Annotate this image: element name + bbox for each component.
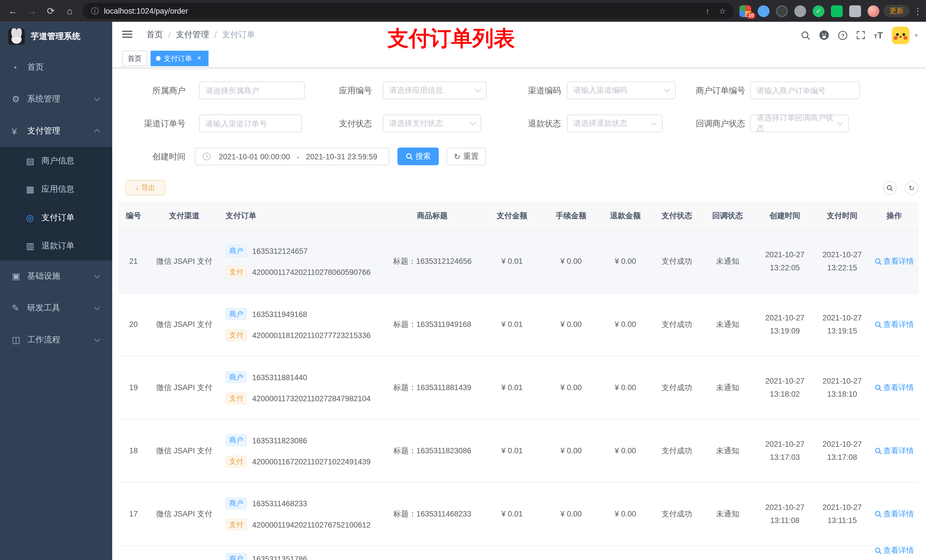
sidebar-item-0[interactable]: ◔首页 xyxy=(0,51,112,83)
browser-menu-icon[interactable]: ⋮ xyxy=(912,0,923,22)
tab-label: 首页 xyxy=(127,53,142,63)
column-header-4: 支付金额 xyxy=(480,202,545,229)
filter-label-app: 应用编号 xyxy=(301,82,372,99)
app-filter-select[interactable]: 请选择应用信息 xyxy=(383,82,487,99)
search-icon xyxy=(406,153,413,160)
url-text: localhost:1024/pay/order xyxy=(104,6,188,15)
magnifier-icon xyxy=(875,321,882,328)
address-bar[interactable]: ⓘ localhost:1024/pay/order ↑ ☆ xyxy=(83,3,734,19)
cell-pay-status: 支付成功 xyxy=(653,255,701,268)
browser-profile-avatar[interactable] xyxy=(868,5,879,17)
sidebar-item-label: 支付订单 xyxy=(41,213,74,223)
merchant-info-icon: ▤ xyxy=(26,156,41,166)
toggle-search-button[interactable] xyxy=(883,181,897,195)
breadcrumb-item-0[interactable]: 首页 xyxy=(146,30,163,40)
cell-action: 查看详情 xyxy=(869,257,919,266)
cell-pay-amount: ¥ 0.01 xyxy=(480,255,545,268)
sidebar-item-1[interactable]: ⚙系统管理 xyxy=(0,83,112,115)
channel-code-select[interactable]: 请输入渠道编码 xyxy=(567,82,676,99)
view-detail-button[interactable]: 查看详情 xyxy=(875,509,914,518)
cell-notify-status: 未通知 xyxy=(701,444,755,457)
view-detail-button[interactable]: 查看详情 xyxy=(875,320,914,329)
user-avatar[interactable] xyxy=(892,26,909,44)
app-logo[interactable]: 芋道管理系统 xyxy=(0,22,112,51)
sidebar-item-6[interactable]: ▥退款订单 xyxy=(0,232,112,260)
notify-status-select[interactable]: 请选择订单回调商户状态 xyxy=(750,115,849,132)
github-icon[interactable] xyxy=(819,30,829,40)
merchant-filter-input[interactable] xyxy=(199,82,305,99)
extension-gray-icon[interactable] xyxy=(794,5,806,17)
browser-update-button[interactable]: 更新 xyxy=(884,5,909,17)
reset-button[interactable]: ↻ 重置 xyxy=(446,148,486,165)
sidebar-item-label: 首页 xyxy=(27,62,44,72)
merchant-tag: 商户 xyxy=(225,434,247,446)
cell-title: 标题：1635311949168 xyxy=(385,318,480,331)
search-button[interactable]: 搜索 xyxy=(398,148,439,165)
cell-pay-status: 支付成功 xyxy=(653,508,701,521)
chevron-down-icon xyxy=(664,86,670,92)
sidebar-item-label: 基础设施 xyxy=(27,271,60,281)
cell-channel: 微信 JSAPI 支付 xyxy=(149,318,220,331)
sidebar-item-3[interactable]: ▤商户信息 xyxy=(0,147,112,175)
extensions-puzzle-icon[interactable] xyxy=(849,5,861,17)
cell-channel: 微信 JSAPI 支付 xyxy=(149,381,220,394)
avatar-caret-icon[interactable]: ▾ xyxy=(915,32,918,38)
site-info-icon[interactable]: ⓘ xyxy=(91,6,98,16)
filter-label-merchant: 所属商户 xyxy=(115,82,185,99)
cell-pay-time: 2021-10-27 13:22:15 xyxy=(815,248,869,275)
date-range-picker[interactable]: 2021-10-01 00:00:00 - 2021-10-31 23:59:5… xyxy=(195,148,389,165)
sidebar-item-9[interactable]: ◫工作流程 xyxy=(0,324,112,356)
browser-forward-icon[interactable]: → xyxy=(23,6,41,16)
view-detail-button[interactable]: 查看详情 xyxy=(875,257,914,266)
font-size-icon[interactable]: TT xyxy=(874,30,883,40)
extension-dark-icon[interactable] xyxy=(776,5,788,17)
table-row-0: 21微信 JSAPI 支付商户1635312124657支付4200001174… xyxy=(118,230,919,293)
cell-notify-status: 未通知 xyxy=(701,381,755,394)
fullscreen-icon[interactable] xyxy=(856,31,865,39)
table-row-5: 商户1635311351786支付查看详情 xyxy=(118,546,919,560)
extension-check-icon[interactable]: ✓ xyxy=(813,5,825,17)
browser-chrome: ← → ⟳ ⌂ ⓘ localhost:1024/pay/order ↑ ☆ 1… xyxy=(0,0,926,22)
extension-grid-icon[interactable]: 10 xyxy=(740,5,751,17)
browser-back-icon[interactable]: ← xyxy=(3,6,22,16)
refresh-table-button[interactable]: ↻ xyxy=(905,181,918,195)
view-detail-button[interactable]: 查看详情 xyxy=(875,446,914,455)
pay-tag: 支付 xyxy=(225,392,247,404)
cell-action: 查看详情 xyxy=(869,446,919,455)
reset-button-label: 重置 xyxy=(463,151,479,162)
sidebar-item-8[interactable]: ✎研发工具 xyxy=(0,292,112,324)
table-body: 21微信 JSAPI 支付商户1635312124657支付4200001174… xyxy=(118,230,919,560)
sidebar-item-2[interactable]: ¥支付管理 xyxy=(0,115,112,147)
view-detail-button[interactable]: 查看详情 xyxy=(875,546,914,555)
bookmark-star-icon[interactable]: ☆ xyxy=(719,6,726,15)
tab-1[interactable]: 支付订单× xyxy=(151,51,209,66)
cell-pay-time: 2021-10-27 13:11:15 xyxy=(815,501,869,527)
export-button[interactable]: ↓ 导出 xyxy=(125,180,165,195)
cell-channel: 微信 JSAPI 支付 xyxy=(149,444,220,457)
browser-reload-icon[interactable]: ⟳ xyxy=(41,5,60,17)
browser-home-icon[interactable]: ⌂ xyxy=(61,6,79,16)
tab-close-icon[interactable]: × xyxy=(195,54,203,63)
select-placeholder: 请选择订单回调商户状态 xyxy=(757,113,838,134)
share-icon[interactable]: ↑ xyxy=(706,6,709,15)
column-header-1: 支付渠道 xyxy=(149,202,220,229)
hamburger-icon[interactable] xyxy=(122,31,132,39)
tab-0[interactable]: 首页 xyxy=(122,51,147,66)
channel-order-no-input[interactable] xyxy=(199,115,302,132)
extension-blue-icon[interactable] xyxy=(758,5,769,17)
select-placeholder: 请输入渠道编码 xyxy=(573,85,627,96)
merchant-tag: 商户 xyxy=(225,308,247,320)
breadcrumb-item-1[interactable]: 支付管理 xyxy=(176,30,209,40)
sidebar-item-4[interactable]: ▦应用信息 xyxy=(0,175,112,204)
view-detail-button[interactable]: 查看详情 xyxy=(875,383,914,392)
search-icon[interactable] xyxy=(801,30,810,40)
sidebar-item-7[interactable]: ▣基础设施 xyxy=(0,260,112,292)
pay-status-select[interactable]: 请选择支付状态 xyxy=(383,115,481,132)
refund-status-select[interactable]: 请选择退款状态 xyxy=(567,115,663,132)
merchant-order-no-input[interactable] xyxy=(750,82,860,99)
wechat-devtools-icon[interactable] xyxy=(831,5,843,17)
chevron-up-icon xyxy=(94,129,100,135)
help-question-icon[interactable]: ? xyxy=(838,30,847,40)
sidebar-item-5[interactable]: ◎支付订单 xyxy=(0,204,112,232)
cell-pay-amount: ¥ 0.01 xyxy=(480,444,545,457)
